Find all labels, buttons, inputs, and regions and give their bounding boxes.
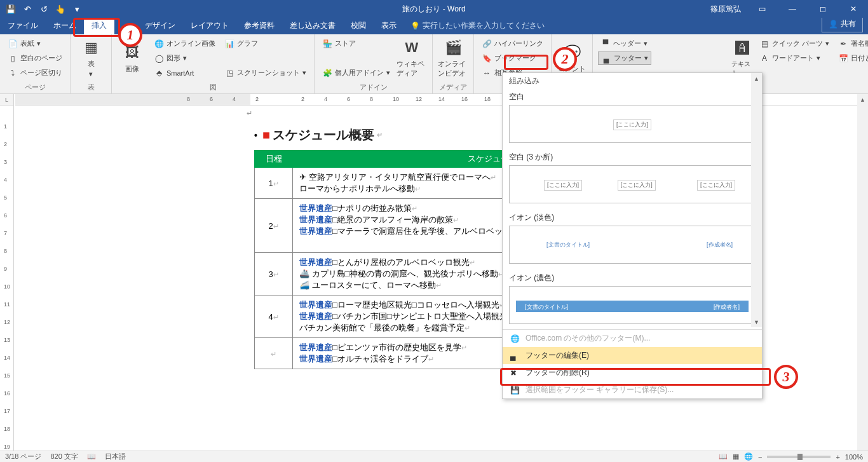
screenshot-icon: ◳: [224, 68, 234, 78]
office-icon: 🌐: [510, 334, 520, 343]
qat-customize[interactable]: ▾: [70, 2, 84, 16]
gallery-item-blank-title: 空白: [509, 90, 756, 104]
group-illustrations: 🖼画像 🌐オンライン画像 ◯図形 ▾ ⬘SmartArt 📊グラフ ◳スクリーン…: [112, 34, 315, 93]
highlight-box-1: [73, 18, 120, 37]
table-day-cell: 1↵: [255, 168, 293, 199]
status-bar: 3/18 ページ 820 文字 📖 日本語 📖 ▦ 🌐 − + 100%: [0, 451, 868, 462]
chart-icon: 📊: [224, 39, 234, 49]
video-icon: 🎬: [443, 37, 463, 58]
tell-me[interactable]: 💡 実行したい作業を入力してください: [404, 17, 551, 34]
footer-icon: ▄: [601, 53, 611, 64]
vertical-scrollbar[interactable]: ▲: [857, 94, 868, 451]
share-button[interactable]: 👤 共有: [822, 15, 863, 32]
smartart-icon: ⬘: [154, 68, 164, 78]
maximize-button[interactable]: ◻: [808, 0, 837, 18]
gallery-scroll-down[interactable]: ▼: [751, 316, 762, 327]
shapes-icon: ◯: [154, 53, 164, 64]
touchmode-button[interactable]: 👆: [53, 2, 67, 16]
datetime-button[interactable]: 📅日付と時刻: [836, 51, 868, 65]
callout-3: 3: [774, 365, 798, 389]
shapes-button[interactable]: ◯図形 ▾: [151, 51, 218, 65]
tab-layout[interactable]: レイアウト: [183, 17, 236, 34]
zoom-slider[interactable]: [767, 456, 831, 458]
smartart-button[interactable]: ⬘SmartArt: [151, 66, 218, 79]
store-button[interactable]: 🏪ストア: [320, 37, 393, 50]
signature-button[interactable]: ✒署名欄 ▾: [836, 37, 868, 50]
wikipedia-button[interactable]: Wウィキペディア: [397, 37, 427, 79]
onlinevideo-button[interactable]: 🎬オンラインビデオ: [438, 37, 468, 79]
header-icon: ▀: [600, 39, 611, 49]
wikipedia-icon: W: [402, 37, 422, 58]
blank-page-button[interactable]: ▯空白のページ: [5, 51, 65, 65]
wordart-button[interactable]: Aワードアート ▾: [757, 51, 832, 65]
page-break-button[interactable]: ⤵ページ区切り: [5, 66, 65, 79]
view-web-icon[interactable]: 🌐: [744, 452, 753, 461]
tab-file[interactable]: ファイル: [0, 17, 46, 34]
ribbon-options-button[interactable]: ▭: [747, 0, 776, 18]
tab-references[interactable]: 参考資料: [236, 17, 282, 34]
title-bar: 💾 ↶ ↺ 👆 ▾ 旅のしおり - Word 篠原篤弘 ▭ — ◻ ✕: [0, 0, 868, 18]
th-day: 日程: [255, 151, 293, 168]
textbox-icon: 🅰: [732, 38, 752, 58]
status-page[interactable]: 3/18 ページ: [5, 452, 41, 461]
tab-review[interactable]: 校閲: [343, 17, 374, 34]
quickparts-button[interactable]: ▤クイック パーツ ▾: [757, 37, 832, 50]
gallery-builtin-label: 組み込み: [503, 73, 762, 88]
cover-page-button[interactable]: 📄表紙 ▾: [5, 37, 65, 50]
vertical-ruler[interactable]: 12345678910111213141516171819: [0, 105, 14, 451]
gallery-item-blank3[interactable]: 空白 (3 か所) [ここに入力] [ここに入力] [ここに入力]: [503, 148, 762, 208]
gallery-edit-footer[interactable]: ▄フッターの編集(E): [503, 347, 762, 364]
footer-button[interactable]: ▄フッター ▾: [598, 51, 651, 65]
status-words[interactable]: 820 文字: [50, 452, 78, 461]
view-read-icon[interactable]: 📖: [719, 452, 728, 461]
zoom-level[interactable]: 100%: [845, 453, 863, 461]
status-language[interactable]: 日本語: [105, 452, 126, 461]
screenshot-button[interactable]: ◳スクリーンショット ▾: [222, 66, 309, 79]
close-button[interactable]: ✕: [839, 0, 868, 18]
group-tables: ▦表▾ 表: [71, 34, 112, 93]
link-icon: 🔗: [482, 39, 492, 49]
hyperlink-button[interactable]: 🔗ハイパーリンク: [479, 37, 546, 50]
save-button[interactable]: 💾: [4, 2, 18, 16]
tab-view[interactable]: 表示: [374, 17, 404, 34]
minimize-button[interactable]: —: [778, 0, 807, 18]
placeholder-text: [ここに入力]: [613, 119, 651, 130]
gallery-scrollbar[interactable]: ▲ ▼: [751, 73, 762, 327]
share-label: 共有: [841, 18, 856, 29]
table-day-cell: 2↵: [255, 199, 293, 253]
redo-button[interactable]: ↺: [37, 2, 51, 16]
gallery-item-ionlight-title: イオン (淡色): [509, 211, 756, 224]
quick-access-toolbar: 💾 ↶ ↺ 👆 ▾: [0, 2, 88, 16]
wordart-icon: A: [759, 53, 770, 64]
datetime-icon: 📅: [838, 53, 848, 64]
group-media: 🎬オンラインビデオ メディア: [433, 34, 474, 93]
online-pictures-button[interactable]: 🌐オンライン画像: [151, 37, 218, 50]
myaddins-button[interactable]: 🧩個人用アドイン ▾: [320, 66, 393, 79]
status-spellcheck-icon[interactable]: 📖: [87, 452, 96, 461]
onlinepic-icon: 🌐: [154, 39, 164, 49]
group-tables-label: 表: [76, 81, 106, 92]
chart-button[interactable]: 📊グラフ: [222, 37, 309, 50]
gallery-item-ion-light[interactable]: イオン (淡色) [文書のタイトル] [作成者名]: [503, 208, 762, 269]
highlight-box-2: [504, 55, 548, 70]
scroll-up[interactable]: ▲: [857, 94, 868, 105]
ruler-corner: L: [0, 94, 14, 105]
zoom-out-icon[interactable]: −: [758, 453, 762, 461]
table-icon: ▦: [81, 37, 101, 58]
header-button[interactable]: ▀ヘッダー ▾: [598, 37, 651, 50]
blankpage-icon: ▯: [8, 53, 18, 64]
gallery-item-blank[interactable]: 空白 [ここに入力]: [503, 88, 762, 148]
gallery-scroll-up[interactable]: ▲: [751, 73, 762, 84]
callout-2: 2: [553, 47, 577, 71]
gallery-item-ion-dark[interactable]: イオン (濃色) [文書のタイトル] [作成者名]: [503, 269, 762, 329]
tab-design[interactable]: デザイン: [137, 17, 183, 34]
tab-mailings[interactable]: 差し込み文書: [282, 17, 343, 34]
view-print-icon[interactable]: ▦: [733, 452, 739, 461]
table-button[interactable]: ▦表▾: [76, 37, 106, 79]
store-icon: 🏪: [322, 39, 332, 49]
footer-gallery: 組み込み 空白 [ここに入力] 空白 (3 か所) [ここに入力] [ここに入力…: [502, 72, 763, 399]
group-addins: 🏪ストア 🧩個人用アドイン ▾ Wウィキペディア アドイン: [315, 34, 433, 93]
undo-button[interactable]: ↶: [20, 2, 34, 16]
zoom-in-icon[interactable]: +: [836, 453, 839, 461]
user-name[interactable]: 篠原篤弘: [705, 4, 746, 15]
